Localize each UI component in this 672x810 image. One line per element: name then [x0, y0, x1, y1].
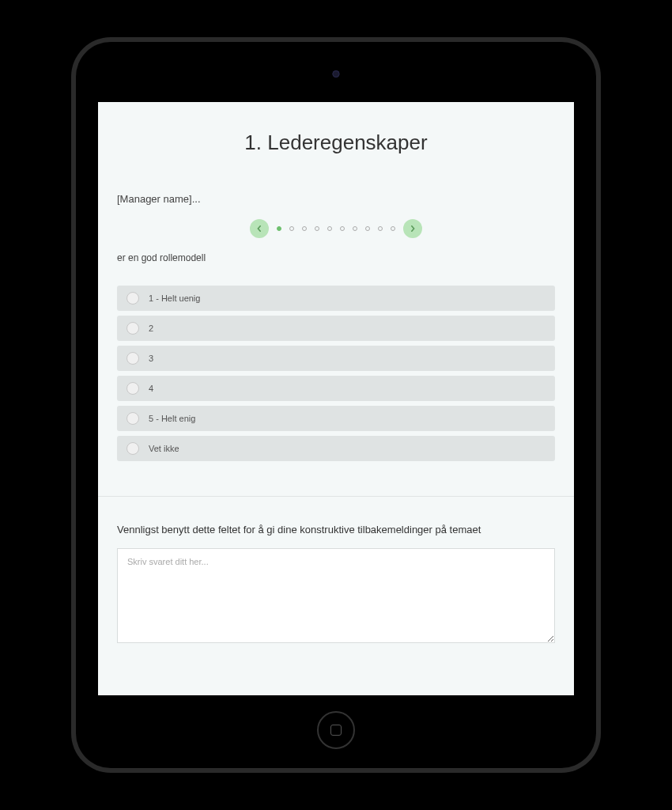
screen: 1. Lederegenskaper [Manager name]... er … — [98, 102, 574, 695]
chevron-right-icon — [410, 225, 416, 232]
home-button[interactable] — [317, 711, 355, 749]
pagination — [117, 219, 555, 238]
option-row[interactable]: 4 — [117, 376, 555, 401]
option-row[interactable]: 3 — [117, 346, 555, 371]
survey-content: 1. Lederegenskaper [Manager name]... er … — [98, 102, 574, 662]
option-label: 2 — [149, 324, 153, 333]
manager-name-label: [Manager name]... — [117, 193, 555, 205]
pager-dot[interactable] — [340, 226, 345, 231]
pager-next-button[interactable] — [403, 219, 422, 238]
option-row[interactable]: 2 — [117, 316, 555, 341]
pager-dot[interactable] — [315, 226, 319, 231]
option-label: 3 — [149, 354, 153, 363]
divider — [98, 496, 574, 497]
pager-dot[interactable] — [378, 226, 383, 231]
option-row[interactable]: 5 - Helt enig — [117, 406, 555, 431]
option-label: Vet ikke — [149, 444, 179, 453]
option-label: 1 - Helt uenig — [149, 293, 200, 303]
pager-dot[interactable] — [391, 226, 395, 231]
pager-dot[interactable] — [365, 226, 370, 231]
pager-dot[interactable] — [277, 226, 281, 231]
radio-icon — [126, 352, 139, 365]
option-row[interactable]: 1 - Helt uenig — [117, 286, 555, 311]
option-label: 4 — [149, 384, 153, 393]
pager-dot[interactable] — [289, 226, 294, 231]
radio-icon — [126, 382, 139, 395]
option-label: 5 - Helt enig — [149, 414, 195, 423]
pager-dot[interactable] — [353, 226, 357, 231]
pager-dots — [277, 226, 395, 231]
tablet-frame: 1. Lederegenskaper [Manager name]... er … — [71, 37, 601, 773]
chevron-left-icon — [256, 225, 262, 232]
pager-prev-button[interactable] — [250, 219, 269, 238]
option-row[interactable]: Vet ikke — [117, 436, 555, 461]
question-text: er en god rollemodell — [117, 252, 555, 263]
page-title: 1. Lederegenskaper — [117, 131, 555, 155]
camera-icon — [333, 70, 340, 78]
radio-icon — [126, 442, 139, 455]
radio-icon — [126, 412, 139, 425]
pager-dot[interactable] — [327, 226, 332, 231]
home-button-icon — [330, 725, 342, 736]
feedback-textarea[interactable] — [117, 548, 555, 643]
feedback-prompt: Vennligst benytt dette feltet for å gi d… — [117, 524, 555, 536]
radio-icon — [126, 292, 139, 305]
pager-dot[interactable] — [302, 226, 307, 231]
tablet-bezel: 1. Lederegenskaper [Manager name]... er … — [76, 42, 596, 768]
options-list: 1 - Helt uenig2345 - Helt enigVet ikke — [117, 286, 555, 461]
radio-icon — [126, 322, 139, 335]
